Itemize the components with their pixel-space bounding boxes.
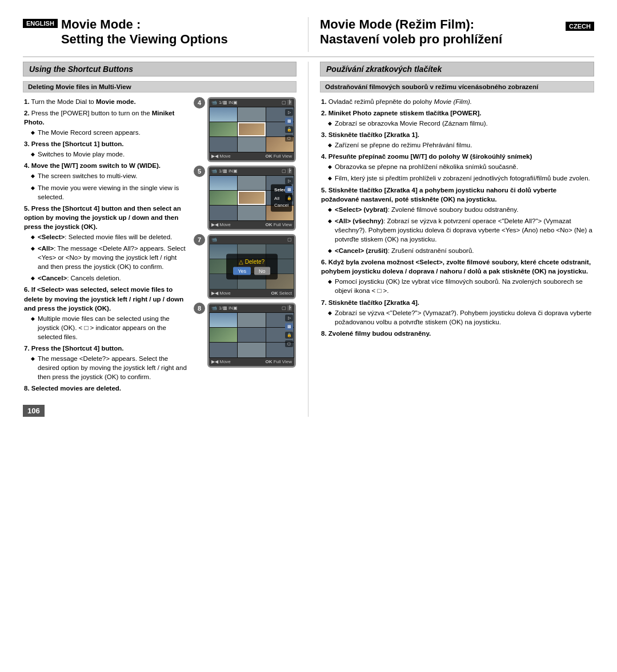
list-item: <Select>: Selected movie files will be d…	[31, 232, 189, 242]
list-item: 1. Turn the Mode Dial to Movie mode.	[23, 97, 189, 106]
steps-list-left: 1. Turn the Mode Dial to Movie mode. 2. …	[23, 97, 189, 393]
left-subtitle-bar: Using the Shortcut Buttons	[23, 62, 297, 77]
screen-5: 5 📹 1/▩ IN▣ ▢ ┣	[194, 166, 297, 231]
list-item: <Cancel> (zrušit): Zrušení odstranění so…	[328, 246, 594, 255]
step-5-circle: 5	[194, 166, 205, 177]
left-header: ENGLISH Movie Mode : Setting the Viewing…	[23, 17, 297, 47]
list-item: Zařízení se přepne do režimu Přehrávání …	[328, 140, 594, 150]
right-subtitle-bar: Používání zkratkových tlačítek	[320, 62, 594, 77]
list-item: <All> (všechny): Zobrazí se výzva k potv…	[328, 216, 594, 244]
list-item: Zobrazí se obrazovka Movie Record (Zázna…	[328, 119, 594, 128]
list-item: 7. Stiskněte tlačítko [Zkratka 4]. Zobra…	[320, 298, 594, 327]
list-item: Switches to Movie play mode.	[31, 150, 189, 159]
list-item: <All>: The message <Delete All?> appears…	[31, 244, 189, 271]
camera-screen-5: 📹 1/▩ IN▣ ▢ ┣	[207, 166, 296, 231]
left-content: 1. Turn the Mode Dial to Movie mode. 2. …	[23, 97, 297, 399]
screen-8: 8 📹 1/▩ IN▣ ▢ ┣	[194, 303, 297, 368]
list-item: 8. Zvolené filmy budou odstraněny.	[320, 329, 594, 338]
list-item: 3. Stiskněte tlačítko [Zkratka 1]. Zaříz…	[320, 130, 594, 150]
list-item: 1. Ovladač režimů přepněte do polohy Mov…	[320, 97, 594, 106]
screen-4: 4 📹 1/▩ IN▣ ▢ ┣	[194, 97, 297, 162]
list-item: The message <Delete?> appears. Select th…	[31, 354, 189, 381]
list-item: 2. Press the [POWER] button to turn on t…	[23, 108, 189, 137]
screens-column: 4 📹 1/▩ IN▣ ▢ ┣	[194, 97, 297, 368]
list-item: The screen switches to multi-view.	[31, 171, 189, 180]
camera-screen-7: 📹 ▢	[207, 234, 296, 299]
czech-badge: CZECH	[566, 22, 594, 31]
list-item: 4. Přesuňte přepínač zoomu [W/T] do polo…	[320, 152, 594, 183]
list-item: 2. Miniket Photo zapnete stiskem tlačítk…	[320, 108, 594, 128]
camera-screen-8: 📹 1/▩ IN▣ ▢ ┣	[207, 303, 296, 368]
list-item: 4. Move the [W/T] zoom switch to W (WIDE…	[23, 161, 189, 201]
camera-screen-4: 📹 1/▩ IN▣ ▢ ┣	[207, 97, 296, 162]
list-item: Pomocí joysticku (OK) lze vybrat více fi…	[328, 277, 594, 295]
left-subsection-header: Deleting Movie files in Multi-View	[23, 81, 297, 92]
right-subsection-header: Odstraňování filmových souborů v režimu …	[320, 81, 594, 92]
list-item: Multiple movie files can be selected usi…	[31, 314, 189, 341]
list-item: 7. Press the [Shortcut 4] button. The me…	[23, 344, 189, 381]
right-header: Movie Mode (Režim Film): Nastavení voleb…	[320, 17, 594, 47]
list-item: 8. Selected movies are deleted.	[23, 384, 189, 393]
list-item: The Movie Record screen appears.	[31, 128, 189, 137]
list-item: 5. Stiskněte tlačítko [Zkratka 4] a pohy…	[320, 186, 594, 256]
list-item: 6. If <Select> was selected, select movi…	[23, 285, 189, 341]
list-item: Film, který jste si předtím prohlíželi v…	[328, 174, 594, 183]
list-item: 6. Když byla zvolena možnost <Select>, z…	[320, 257, 594, 295]
list-item: 3. Press the [Shortcut 1] button. Switch…	[23, 139, 189, 159]
steps-list-right: 1. Ovladač režimů přepněte do polohy Mov…	[320, 97, 594, 338]
step-7-circle: 7	[194, 234, 205, 246]
step-8-circle: 8	[194, 303, 205, 314]
screen-7: 7 📹 ▢	[194, 234, 297, 299]
list-item: 5. Press the [Shortcut 4] button and the…	[23, 204, 189, 283]
page: ENGLISH Movie Mode : Setting the Viewing…	[0, 0, 617, 672]
left-main-title: Movie Mode : Setting the Viewing Options	[61, 17, 228, 47]
list-item: <Select> (vybrat): Zvolené filmové soubo…	[328, 205, 594, 214]
english-badge: ENGLISH	[23, 19, 58, 28]
right-main-title: Movie Mode (Režim Film): Nastavení voleb…	[320, 17, 562, 47]
list-item: The movie you were viewing in the single…	[31, 183, 189, 202]
list-item: Obrazovka se přepne na prohlížení několi…	[328, 162, 594, 171]
list-item: <Cancel>: Cancels deletion.	[31, 273, 189, 283]
list-item: Zobrazí se výzva <"Delete?"> (Vymazat?).…	[328, 308, 594, 327]
page-number: 106	[23, 405, 45, 417]
step-4-circle: 4	[194, 97, 205, 108]
